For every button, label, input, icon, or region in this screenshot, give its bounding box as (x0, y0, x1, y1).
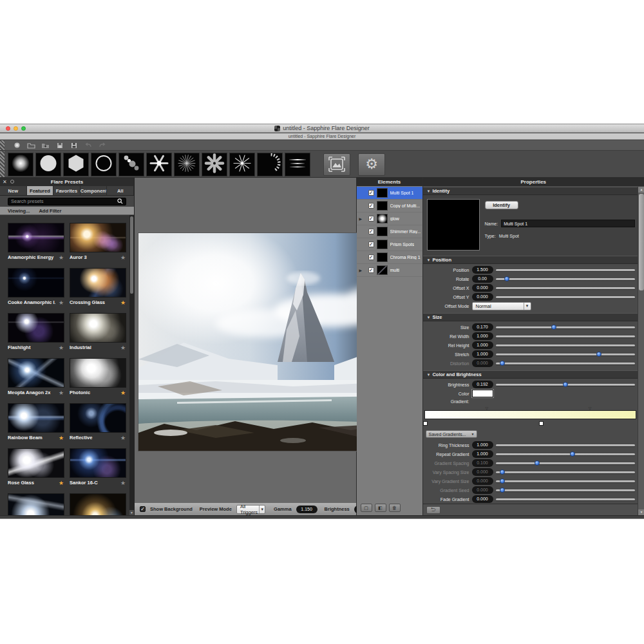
duplicate-element-button[interactable]: ◧ (375, 504, 386, 512)
property-value-field[interactable]: 0.000 (472, 486, 493, 494)
property-slider[interactable] (496, 469, 636, 475)
star-icon[interactable]: ★ (59, 390, 64, 396)
minimize-window-button[interactable] (14, 126, 18, 131)
preset-thumbnail[interactable] (70, 493, 126, 515)
element-type-arc-rays-button[interactable] (257, 153, 283, 176)
preset-cell[interactable]: Flashlight★ (8, 313, 64, 350)
slider-handle[interactable] (500, 488, 505, 493)
element-type-streaks-button[interactable] (285, 153, 310, 176)
property-slider[interactable] (496, 442, 636, 448)
close-panel-icon[interactable]: ✕ (3, 178, 7, 186)
element-type-multi-spot-button[interactable] (118, 153, 144, 176)
property-slider[interactable] (496, 285, 636, 290)
element-type-ring-button[interactable] (91, 153, 117, 176)
property-slider[interactable] (496, 361, 636, 366)
element-row[interactable]: ▶✓glow (357, 213, 422, 225)
name-field[interactable]: Multi Spot 1 (501, 220, 635, 227)
property-slider[interactable] (496, 294, 636, 299)
gradient-stop-handle[interactable] (539, 421, 544, 426)
element-visibility-checkbox[interactable]: ✓ (368, 190, 374, 196)
element-row[interactable]: ✓Prism Spots (357, 238, 422, 251)
property-slider[interactable] (496, 325, 636, 330)
preset-thumbnail[interactable] (8, 448, 64, 478)
slider-handle[interactable] (570, 451, 575, 457)
section-size[interactable]: ▼Size (423, 313, 638, 321)
zoom-window-button[interactable] (21, 126, 26, 131)
property-value-field[interactable]: 1.000 (472, 350, 493, 358)
star-icon[interactable]: ★ (120, 254, 126, 261)
scroll-up-icon[interactable]: ▲ (638, 187, 644, 193)
preset-cell[interactable]: Reflective★ (70, 403, 126, 440)
settings-button[interactable]: ⚙ (358, 153, 385, 176)
gradient-stop-handle[interactable] (423, 421, 428, 426)
element-type-shimmer-rays-button[interactable] (174, 153, 200, 176)
section-position[interactable]: ▼Position (423, 256, 638, 264)
element-type-glow-button[interactable] (8, 153, 33, 176)
open-folder-icon[interactable] (27, 142, 35, 149)
preset-thumbnail[interactable] (8, 493, 64, 515)
preset-cell[interactable]: Crossing Glass★ (70, 268, 126, 305)
property-value-field[interactable]: 0.100 (472, 459, 493, 467)
scroll-down-icon[interactable]: ▼ (129, 510, 134, 515)
scroll-down-icon[interactable]: ▼ (638, 509, 644, 515)
slider-handle[interactable] (500, 469, 505, 475)
property-value-field[interactable]: 0.000 (472, 359, 493, 367)
property-slider[interactable] (496, 382, 636, 387)
slider-handle[interactable] (596, 352, 601, 357)
add-element-button[interactable]: ▢ (361, 504, 372, 512)
favorite-star-icon[interactable]: ★ (120, 390, 126, 396)
property-slider[interactable] (496, 343, 636, 348)
preset-cell[interactable]: Anamorphic Energy★ (8, 223, 64, 260)
slider-handle[interactable] (504, 276, 509, 281)
redo-icon[interactable] (98, 142, 106, 149)
preset-thumbnail[interactable] (70, 268, 126, 298)
property-value-field[interactable]: 0.000 (472, 293, 493, 301)
element-row[interactable]: ✓Shimmer Ray... (357, 225, 422, 238)
element-type-star-button[interactable] (146, 153, 172, 176)
property-value-field[interactable]: 0.000 (472, 468, 493, 476)
property-slider[interactable] (496, 267, 636, 272)
star-icon[interactable]: ★ (59, 299, 64, 306)
save-as-icon[interactable] (70, 142, 78, 149)
preset-thumbnail[interactable] (8, 403, 64, 433)
slider-handle[interactable] (551, 325, 556, 330)
preset-cell[interactable]: Rose Glass★ (8, 448, 64, 486)
slider-handle[interactable] (563, 382, 568, 387)
property-value-field[interactable]: 0.000 (472, 477, 493, 485)
property-value-field[interactable]: 1.000 (472, 332, 493, 340)
element-type-hexagon-button[interactable] (63, 153, 89, 176)
add-filter-button[interactable]: Add Filter (39, 208, 61, 214)
property-slider[interactable] (496, 488, 636, 493)
property-value-field[interactable]: 0.000 (472, 495, 493, 503)
property-value-field[interactable]: 0.00 (472, 275, 493, 283)
star-icon[interactable]: ★ (59, 254, 64, 261)
delete-element-button[interactable]: 🗑 (389, 504, 401, 512)
element-type-circle-button[interactable] (35, 153, 61, 176)
slider-handle[interactable] (535, 460, 540, 466)
preset-thumbnail[interactable] (70, 223, 126, 252)
element-row[interactable]: ✓Multi Spot 1 (357, 187, 422, 200)
star-icon[interactable]: ★ (120, 345, 126, 351)
property-value-field[interactable]: 0.192 (472, 381, 493, 388)
property-slider[interactable] (496, 460, 636, 466)
import-folder-icon[interactable] (41, 142, 50, 149)
property-value-field[interactable]: 1.000 (472, 341, 493, 349)
new-flare-icon[interactable] (13, 142, 21, 149)
element-type-flower-rays-button[interactable] (202, 153, 227, 176)
element-type-spark-button[interactable] (229, 153, 255, 176)
property-value-field[interactable]: 0.170 (472, 323, 493, 331)
presets-scrollbar[interactable]: ▼ (129, 215, 134, 515)
favorite-star-icon[interactable]: ★ (59, 435, 64, 441)
preset-cell[interactable]: Cooke Anamorphic I...★ (8, 268, 64, 305)
undo-icon[interactable] (84, 142, 92, 149)
property-slider[interactable] (496, 352, 636, 357)
property-slider[interactable] (496, 478, 636, 484)
close-window-button[interactable] (6, 126, 10, 131)
preset-thumbnail[interactable] (8, 223, 64, 252)
property-value-field[interactable]: 1.000 (472, 441, 493, 449)
element-visibility-checkbox[interactable]: ✓ (368, 216, 374, 222)
favorite-star-icon[interactable]: ★ (120, 299, 126, 306)
revert-button[interactable]: ⮌ (426, 506, 440, 514)
favorite-star-icon[interactable]: ★ (59, 480, 64, 486)
expander-icon[interactable]: ▶ (359, 268, 363, 272)
